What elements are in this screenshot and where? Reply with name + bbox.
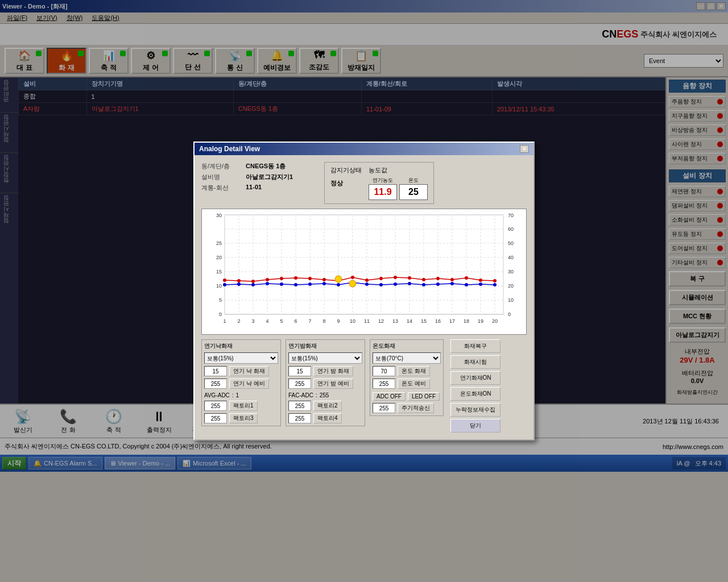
svg-point-81: [479, 278, 482, 282]
svg-text:16: 16: [435, 318, 441, 324]
fire-restore-btn[interactable]: 화재복구: [450, 339, 500, 353]
svg-text:18: 18: [464, 318, 469, 324]
svg-text:5: 5: [219, 297, 222, 303]
report-btn[interactable]: 누락정보재수집: [450, 403, 500, 417]
building-value: CNEGS동 1층: [246, 162, 286, 171]
smoke-rise-select[interactable]: 보통(15%): [288, 352, 362, 364]
svg-text:15: 15: [421, 318, 427, 324]
svg-text:70: 70: [508, 213, 514, 218]
circuit-label: 계통-회선: [201, 184, 241, 192]
smoke-value: 11.9: [374, 187, 391, 197]
dialog-close-icon[interactable]: ✕: [520, 145, 529, 153]
svg-point-86: [266, 282, 269, 285]
svg-point-100: [465, 283, 468, 286]
svg-point-77: [422, 278, 425, 281]
dialog-title-bar: Analog Detail View ✕: [195, 143, 533, 155]
svg-point-87: [280, 282, 283, 286]
svg-rect-0: [225, 215, 503, 314]
factory3-value: 255: [204, 413, 227, 423]
svg-text:4: 4: [266, 318, 268, 324]
factory4-value: 255: [288, 413, 311, 423]
svg-text:25: 25: [216, 240, 222, 246]
fac-adc-label: FAC-ADC: [288, 392, 313, 398]
smoke-down-emerg-value: 255: [204, 379, 227, 389]
smoke-rise-emerg-value: 255: [288, 379, 311, 389]
temp-value: 70: [373, 366, 395, 376]
dialog-title-text: Analog Detail View: [199, 145, 260, 153]
svg-point-67: [280, 277, 283, 280]
smoke-down-emerg-btn[interactable]: 연기 낙 예비: [229, 379, 269, 389]
svg-text:2: 2: [237, 318, 240, 324]
svg-point-94: [379, 283, 383, 286]
smoke-label: 연기농도: [369, 177, 397, 184]
smoke-down-fire-btn[interactable]: 연기 낙 화재: [229, 366, 269, 376]
svg-text:20: 20: [508, 283, 514, 289]
svg-text:10: 10: [216, 283, 222, 289]
smoke-down-group: 연기낙화재 보통(15%) 15 연기 낙 화재 255 연기 낙 예비 AVG…: [201, 339, 281, 426]
svg-text:60: 60: [508, 226, 514, 232]
svg-point-72: [351, 276, 354, 279]
svg-text:8: 8: [322, 318, 325, 324]
right-ctrl-group: 화재복구 화재시험 연기화재ON 온도화재ON 누락정보재수집 닫기: [450, 339, 500, 433]
sensor-status-label: 감지기상태: [330, 166, 362, 174]
smoke-fire-on-btn[interactable]: 연기화재ON: [450, 371, 500, 385]
adc-off-btn[interactable]: ADC OFF: [373, 392, 406, 401]
svg-text:9: 9: [337, 318, 340, 324]
svg-point-79: [450, 278, 454, 281]
led-off-btn[interactable]: LED OFF: [408, 392, 440, 401]
factory1-btn[interactable]: 팩토리1: [229, 401, 258, 411]
temp-fire-btn[interactable]: 온도 화재: [398, 366, 430, 376]
density-label: 농도값: [369, 166, 428, 174]
svg-point-88: [294, 283, 297, 286]
factory2-value: 255: [288, 401, 311, 411]
svg-point-70: [322, 278, 326, 281]
analog-chart: 0 5 10 15 20 25 30 0 10 20 30 40 50 60 7…: [202, 209, 520, 334]
periodic-value: 255: [373, 403, 395, 413]
svg-point-95: [394, 282, 397, 286]
svg-text:15: 15: [216, 269, 222, 275]
svg-point-80: [465, 276, 468, 280]
fac-adc-value: 255: [320, 392, 329, 398]
dialog-close-btn[interactable]: 닫기: [450, 419, 500, 433]
svg-text:0: 0: [219, 311, 222, 317]
temp-fire-on-btn[interactable]: 온도화재ON: [450, 387, 500, 401]
svg-point-89: [308, 282, 312, 286]
svg-point-101: [479, 282, 482, 286]
svg-text:40: 40: [508, 255, 514, 260]
svg-text:30: 30: [508, 269, 514, 275]
svg-point-91: [337, 283, 340, 286]
svg-point-75: [394, 276, 397, 279]
temp-label: 온도: [399, 177, 428, 184]
sensor-status-value: 정상: [330, 179, 362, 188]
building-label: 동/계단/층: [201, 162, 241, 171]
svg-point-64: [237, 279, 241, 282]
svg-point-66: [266, 278, 269, 281]
temp-title: 온도화재: [373, 342, 441, 350]
fire-test-btn[interactable]: 화재시험: [450, 355, 500, 369]
svg-text:30: 30: [216, 213, 222, 218]
avg-adc-label: AVG-ADC: [204, 392, 230, 398]
device-value: 아날로그감지기1: [246, 173, 293, 181]
svg-text:0: 0: [508, 311, 511, 317]
device-label: 설비명: [201, 173, 241, 181]
temp-emerg-btn[interactable]: 온도 예비: [398, 379, 430, 389]
factory4-btn[interactable]: 팩토리4: [313, 413, 342, 423]
smoke-rise-title: 연기밤화재: [288, 342, 362, 350]
smoke-rise-emerg-btn[interactable]: 연기 밤 예비: [313, 379, 353, 389]
factory3-btn[interactable]: 팩토리3: [229, 413, 258, 423]
smoke-down-select[interactable]: 보통(15%): [204, 352, 278, 364]
factory1-value: 255: [204, 401, 227, 411]
temp-select[interactable]: 보통(70°C): [373, 352, 441, 364]
svg-text:5: 5: [280, 318, 283, 324]
temp-emerg-value: 255: [373, 379, 395, 389]
analog-detail-dialog: Analog Detail View ✕ 동/계단/층 CNEGS동 1층 설비…: [193, 142, 535, 440]
svg-point-82: [493, 279, 497, 282]
factory2-btn[interactable]: 팩토리2: [313, 401, 342, 411]
svg-point-65: [251, 280, 255, 283]
smoke-rise-value: 15: [288, 366, 311, 376]
svg-point-84: [237, 282, 241, 286]
smoke-down-value: 15: [204, 366, 227, 376]
svg-text:6: 6: [294, 318, 297, 324]
periodic-btn[interactable]: 주기적송신: [398, 403, 434, 413]
smoke-rise-fire-btn[interactable]: 연기 밤 화재: [313, 366, 353, 376]
